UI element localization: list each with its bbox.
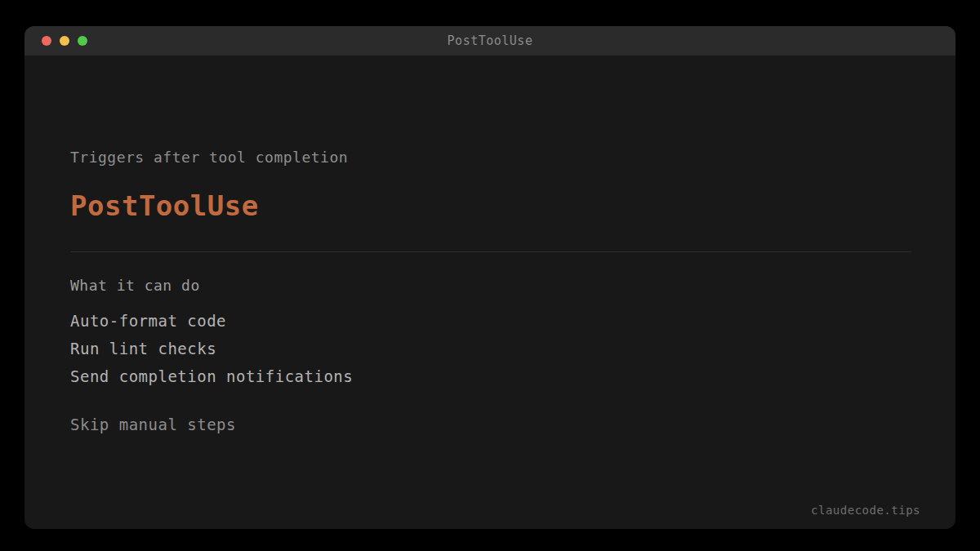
app-window: PostToolUse Triggers after tool completi… <box>24 26 956 529</box>
capability-list: Auto-format code Run lint checks Send co… <box>70 307 353 390</box>
benefit-text: Skip manual steps <box>70 415 236 433</box>
zoom-button[interactable] <box>78 36 87 46</box>
eyebrow-text: Triggers after tool completion <box>70 149 348 167</box>
page-title: PostToolUse <box>70 189 259 223</box>
divider <box>70 251 911 252</box>
section-label: What it can do <box>70 277 200 295</box>
site-watermark: claudecode.tips <box>811 503 920 518</box>
list-item: Send completion notifications <box>70 362 353 390</box>
titlebar: PostToolUse <box>24 26 956 56</box>
minimize-button[interactable] <box>60 36 69 46</box>
list-item: Run lint checks <box>70 335 353 362</box>
traffic-lights <box>42 26 87 56</box>
close-button[interactable] <box>42 36 51 46</box>
window-title: PostToolUse <box>448 33 533 48</box>
list-item: Auto-format code <box>70 307 353 335</box>
